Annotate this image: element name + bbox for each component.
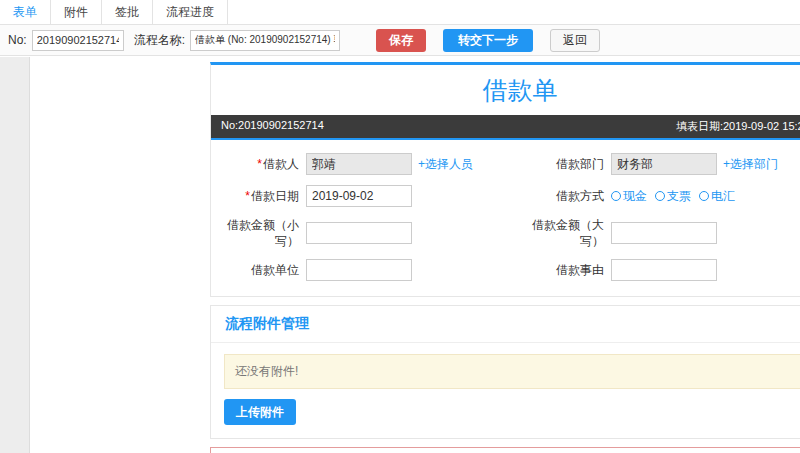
loan-reason-input[interactable]	[611, 259, 717, 281]
tab-form[interactable]: 表单	[0, 0, 51, 24]
amount-small-input[interactable]	[306, 222, 412, 244]
approval-card: 流程签批意见 B I abc ✎ ▣ ⚑ ≡ ≡ ⇤ ⇥ —	[210, 447, 800, 453]
required-marker: *	[245, 189, 250, 203]
tab-progress[interactable]: 流程进度	[153, 0, 228, 24]
select-person-link[interactable]: +选择人员	[418, 156, 473, 173]
department-input[interactable]	[611, 153, 717, 175]
department-cell: 借款部门 +选择部门	[520, 148, 800, 180]
form-row: *借款日期 借款方式 现金 支票 电汇	[215, 180, 800, 212]
loan-unit-input[interactable]	[306, 259, 412, 281]
loan-reason-label: 借款事由	[520, 262, 604, 278]
form-meta-bar: No:20190902152714 填表日期:2019-09-02 15:27:…	[211, 115, 800, 140]
radio-circle-icon	[699, 191, 709, 201]
loan-unit-cell: 借款单位	[215, 254, 520, 286]
tab-bar: 表单 附件 签批 流程进度	[0, 0, 800, 25]
save-button[interactable]: 保存	[376, 29, 426, 52]
left-sidebar[interactable]	[0, 57, 30, 453]
loan-method-group: 现金 支票 电汇	[611, 188, 735, 205]
loan-reason-cell: 借款事由	[520, 254, 800, 286]
loan-method-cell: 借款方式 现金 支票 电汇	[520, 180, 800, 212]
no-label: No:	[8, 33, 27, 47]
loan-date-label: *借款日期	[215, 188, 299, 204]
main-content: 借款单 No:20190902152714 填表日期:2019-09-02 15…	[210, 62, 800, 453]
form-no-text: No:20190902152714	[221, 119, 324, 134]
amount-small-label: 借款金额（小写）	[215, 217, 299, 249]
upload-attachment-button[interactable]: 上传附件	[224, 399, 296, 425]
toolbar: No: 流程名称: 保存 转交下一步 返回	[0, 25, 800, 56]
tab-approval[interactable]: 签批	[102, 0, 153, 24]
form-row: *借款人 +选择人员 借款部门 +选择部门	[215, 148, 800, 180]
tab-attachment[interactable]: 附件	[51, 0, 102, 24]
amount-big-label: 借款金额（大写）	[520, 217, 604, 249]
loan-form-card: 借款单 No:20190902152714 填表日期:2019-09-02 15…	[210, 62, 800, 297]
no-input[interactable]	[32, 30, 124, 51]
process-name-input[interactable]	[190, 30, 340, 51]
borrower-cell: *借款人 +选择人员	[215, 148, 520, 180]
next-step-button[interactable]: 转交下一步	[443, 29, 533, 52]
radio-wire[interactable]: 电汇	[699, 188, 735, 205]
no-attachment-notice: 还没有附件!	[224, 354, 800, 389]
department-label: 借款部门	[520, 156, 604, 172]
amount-big-input[interactable]	[611, 222, 717, 244]
loan-date-input[interactable]	[306, 185, 412, 207]
radio-circle-icon	[655, 191, 665, 201]
radio-circle-icon	[611, 191, 621, 201]
form-row: 借款单位 借款事由	[215, 254, 800, 286]
select-department-link[interactable]: +选择部门	[723, 156, 778, 173]
form-title: 借款单	[211, 65, 800, 115]
amount-big-cell: 借款金额（大写）	[520, 212, 800, 254]
attachment-section-title: 流程附件管理	[211, 306, 800, 343]
page: 表单 附件 签批 流程进度 No: 流程名称: 保存 转交下一步 返回 借款单 …	[0, 0, 800, 453]
loan-date-cell: *借款日期	[215, 180, 520, 212]
loan-unit-label: 借款单位	[215, 262, 299, 278]
form-date-text: 填表日期:2019-09-02 15:27:1	[676, 119, 800, 134]
loan-method-label: 借款方式	[520, 188, 604, 204]
process-name-label: 流程名称:	[134, 32, 185, 49]
form-row: 借款金额（小写） 借款金额（大写）	[215, 212, 800, 254]
borrower-input[interactable]	[306, 153, 412, 175]
radio-cash[interactable]: 现金	[611, 188, 647, 205]
attachment-card: 流程附件管理 还没有附件! 上传附件	[210, 305, 800, 439]
form-grid: *借款人 +选择人员 借款部门 +选择部门 *借款日期	[211, 140, 800, 296]
back-button[interactable]: 返回	[550, 29, 600, 52]
borrower-label: *借款人	[215, 156, 299, 172]
radio-cheque[interactable]: 支票	[655, 188, 691, 205]
required-marker: *	[257, 157, 262, 171]
approval-section-title: 流程签批意见	[211, 448, 800, 453]
amount-small-cell: 借款金额（小写）	[215, 212, 520, 254]
